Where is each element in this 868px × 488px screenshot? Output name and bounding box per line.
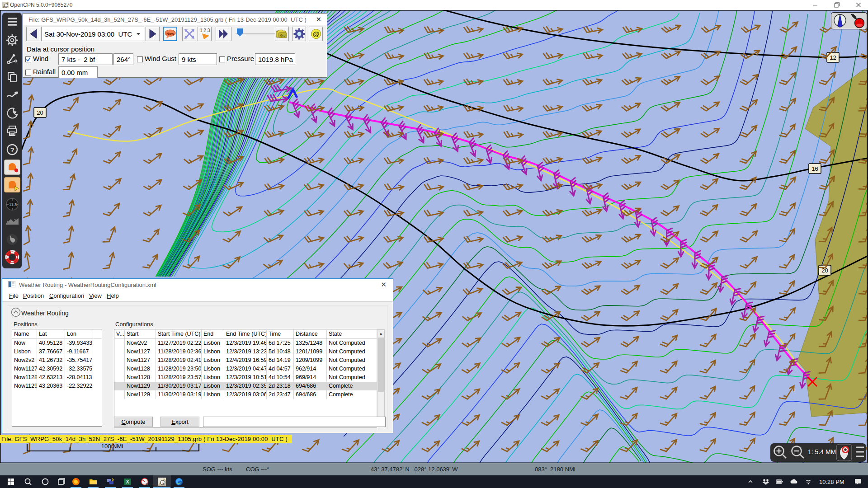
svg-text:1: 5.4 MM: 1: 5.4 MM <box>808 448 836 455</box>
svg-text:@: @ <box>312 30 319 38</box>
svg-text:Grb: Grb <box>280 34 285 37</box>
svg-text:20: 20 <box>37 109 43 116</box>
svg-text:16: 16 <box>811 165 818 172</box>
svg-text:-11:3: -11:3 <box>8 202 17 207</box>
svg-text:o: o <box>5 5 7 8</box>
svg-text:12: 12 <box>830 54 836 61</box>
svg-text:100 NMi: 100 NMi <box>101 443 123 450</box>
svg-text:X: X <box>126 479 129 484</box>
svg-text:Now: Now <box>166 32 175 36</box>
svg-text:1 2 3: 1 2 3 <box>200 28 210 33</box>
svg-text:o: o <box>162 481 164 485</box>
svg-text:?: ? <box>10 146 14 154</box>
